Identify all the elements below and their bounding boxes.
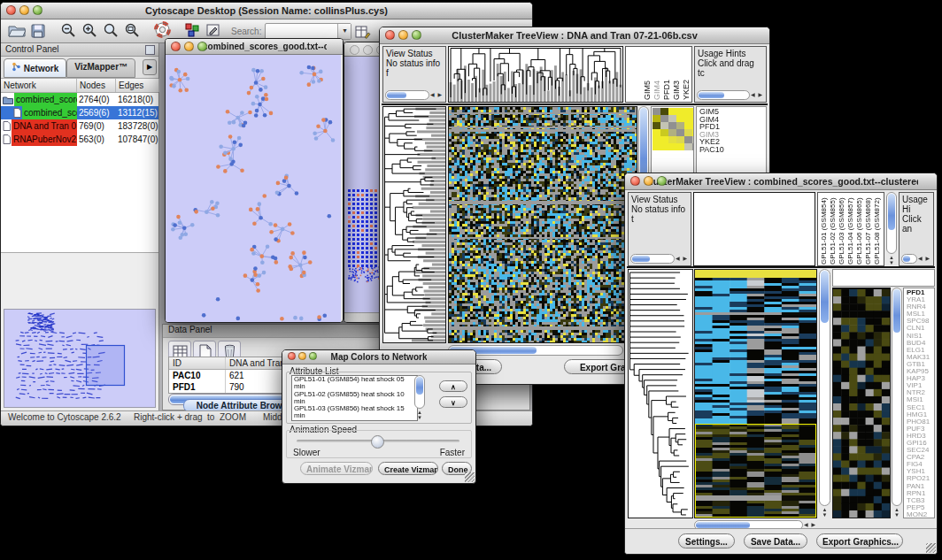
window-controls[interactable] xyxy=(171,42,211,58)
minimize-button-icon[interactable] xyxy=(398,30,408,40)
scrollbar-track[interactable] xyxy=(886,192,897,254)
vizmapper-icon[interactable] xyxy=(181,21,203,39)
main-titlebar[interactable]: Cytoscape Desktop (Session Name: collins… xyxy=(1,3,532,19)
tab-vizmapper[interactable]: VizMapper™ xyxy=(66,58,135,78)
row-dendrogram-pane[interactable] xyxy=(628,269,693,518)
scrollbar-track[interactable] xyxy=(697,90,750,100)
treeview1-titlebar[interactable]: ClusterMaker TreeView : DNA and Tran 07-… xyxy=(380,27,769,44)
column-labels-scrollbar[interactable]: ▲▼ xyxy=(886,192,897,266)
attribute-list-item[interactable]: GPL51-03 (GSM856) heat shock 15 min xyxy=(294,405,417,420)
treeview2-titlebar[interactable]: ClusterMaker TreeView : combined_scores_… xyxy=(625,173,937,190)
export-graphics-button[interactable]: Export Graphics... xyxy=(816,533,903,548)
zoom-in-icon[interactable] xyxy=(79,21,100,39)
zoom-button-icon[interactable] xyxy=(197,42,207,51)
scrollbar-arrows[interactable]: ◀ ▶ xyxy=(429,90,444,100)
network-view-window[interactable]: combined_scores_good.txt--cluste... xyxy=(165,38,344,323)
scrollbar-track[interactable] xyxy=(892,288,902,506)
scrollbar-track[interactable] xyxy=(385,90,429,100)
attribute-table-icon[interactable] xyxy=(351,23,373,41)
scrollbar-arrows[interactable]: ▲▼ xyxy=(892,506,902,518)
network-table-row[interactable]: RNAPuberNov2+|563(0)107847(0) xyxy=(1,133,158,146)
create-vizmap-button[interactable]: Create Vizmap xyxy=(378,462,438,475)
window-controls[interactable] xyxy=(6,5,46,21)
network-window-titlebar[interactable]: combined_scores_good.txt--cluste... xyxy=(166,39,343,55)
scrollbar-arrows[interactable]: ◀ ▶ xyxy=(917,254,931,264)
global-heatmap[interactable] xyxy=(694,269,817,518)
scrollbar-track[interactable] xyxy=(414,375,425,409)
global-heatmap[interactable] xyxy=(448,106,637,343)
zoom-heatmap-pane[interactable] xyxy=(832,288,891,518)
move-down-button[interactable]: ∨ xyxy=(439,396,467,408)
network-table-header[interactable]: Network Nodes Edges xyxy=(1,79,158,93)
zoom-vscrollbar[interactable]: ▲▼ xyxy=(892,288,902,518)
open-folder-icon[interactable] xyxy=(6,22,27,40)
save-data-button[interactable]: Save Data... xyxy=(744,533,807,548)
network-table-row[interactable]: DNA and Tran 07769(0)183728(0) xyxy=(1,119,158,133)
heatmap-hscrollbar[interactable]: ◀ ▶ xyxy=(448,345,637,356)
window-controls[interactable] xyxy=(385,30,425,46)
close-button-icon[interactable] xyxy=(288,352,296,360)
view-status-scrollbar[interactable]: ◀ ▶ xyxy=(385,90,444,100)
annotation-icon[interactable] xyxy=(203,21,224,39)
zoom-button-icon[interactable] xyxy=(657,176,667,186)
minimize-button-icon[interactable] xyxy=(19,5,29,15)
column-labels-pane[interactable]: GIM5GIM4PFD1GIM3YKE2PAC10 xyxy=(625,46,692,103)
network-table-row[interactable]: combined_sco2569(6)13112(15) xyxy=(1,106,158,119)
zoom-selected-icon[interactable] xyxy=(121,21,143,39)
network-canvas[interactable] xyxy=(166,55,341,322)
resize-grip[interactable] xyxy=(465,472,475,482)
minimize-button-icon[interactable] xyxy=(644,176,653,186)
column-labels-pane[interactable]: GPL51-01 (GSM854)GPL51-02 (GSM855)GPL51-… xyxy=(817,192,884,266)
combo-dropdown-icon[interactable]: ▾ xyxy=(337,24,351,39)
tab-network[interactable]: Network xyxy=(4,58,66,78)
zoom-button-icon[interactable] xyxy=(33,5,42,15)
more-tabs-button[interactable]: ▶ xyxy=(143,59,157,75)
zoom-heatmap[interactable] xyxy=(652,108,694,150)
gene-row-label[interactable]: PAC10 xyxy=(699,146,766,154)
settings-button[interactable]: Settings... xyxy=(678,533,735,548)
attribute-list-item[interactable]: GPL51-01 (GSM854) heat shock 05 min xyxy=(294,376,417,391)
close-button-icon[interactable] xyxy=(171,42,181,51)
minimize-button-icon[interactable] xyxy=(298,352,306,360)
column-dendrogram-pane[interactable] xyxy=(693,192,815,266)
usage-hints-scrollbar[interactable]: ◀ ▶ xyxy=(901,254,931,264)
dialog-titlebar[interactable]: Map Colors to Network xyxy=(282,350,475,364)
attribute-list[interactable]: GPL51-01 (GSM854) heat shock 05 minGPL51… xyxy=(291,375,418,421)
animate-vizmap-button[interactable]: Animate Vizmap xyxy=(300,462,373,475)
attribute-list-scrollbar[interactable]: ▲▼ xyxy=(414,375,425,421)
close-button-icon[interactable] xyxy=(350,45,359,55)
minimize-button-icon[interactable] xyxy=(363,45,373,55)
scrollbar-track[interactable] xyxy=(630,254,675,264)
attribute-list-item[interactable]: GPL51-02 (GSM855) heat shock 10 min xyxy=(294,391,417,406)
move-up-button[interactable]: ∧ xyxy=(439,380,467,392)
zoom-out-icon[interactable] xyxy=(58,21,79,39)
zoom-fit-icon[interactable] xyxy=(100,21,121,39)
window-controls[interactable] xyxy=(630,176,670,192)
save-icon[interactable] xyxy=(27,22,49,40)
zoom-button-icon[interactable] xyxy=(412,30,421,40)
scrollbar-arrows[interactable]: ▲▼ xyxy=(819,506,830,518)
close-button-icon[interactable] xyxy=(630,176,640,186)
treeview-window-combined[interactable]: ClusterMaker TreeView : combined_scores_… xyxy=(624,173,938,555)
scrollbar-arrows[interactable]: ▲▼ xyxy=(886,254,897,266)
scrollbar-arrows[interactable]: ▲▼ xyxy=(414,409,425,421)
network-table-row[interactable]: combined_scores_2764(0)16218(0) xyxy=(1,93,158,106)
float-panel-icon[interactable] xyxy=(145,45,155,55)
usage-hints-scrollbar[interactable]: ◀ ▶ xyxy=(697,90,764,100)
resize-grip[interactable] xyxy=(926,543,936,553)
map-colors-dialog[interactable]: Map Colors to Network Attribute List GPL… xyxy=(282,349,476,484)
search-input[interactable] xyxy=(266,24,337,39)
attribute-list-item[interactable]: GPL51-04 (GSM857) heat shock 20 min xyxy=(294,420,417,421)
view-status-scrollbar[interactable]: ◀ ▶ xyxy=(630,254,689,264)
minimize-button-icon[interactable] xyxy=(184,42,194,51)
help-icon[interactable] xyxy=(151,21,173,39)
speed-slider-thumb[interactable] xyxy=(371,435,384,449)
scrollbar-arrows[interactable]: ◀ ▶ xyxy=(750,90,764,100)
zoom-button-icon[interactable] xyxy=(309,352,317,360)
close-button-icon[interactable] xyxy=(385,30,395,40)
gene-row-label[interactable]: MON2 xyxy=(907,511,934,518)
scrollbar-track[interactable] xyxy=(901,254,917,264)
column-dendrogram-pane[interactable] xyxy=(448,46,623,103)
scrollbar-track[interactable] xyxy=(819,269,830,506)
heatmap-vscrollbar[interactable]: ▲▼ xyxy=(819,269,830,518)
